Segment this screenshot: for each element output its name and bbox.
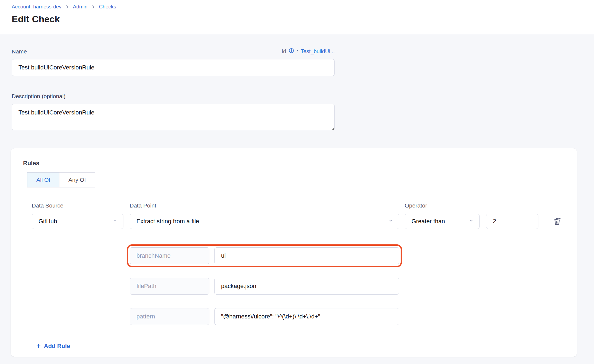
param-row-branchname: branchName (127, 244, 402, 267)
info-icon[interactable] (289, 48, 294, 55)
id-block: Id : Test_buildUi... (282, 48, 335, 55)
page-content: Name Id : Test_buildUi... Description (0, 34, 594, 364)
threshold-input[interactable] (486, 214, 538, 229)
description-textarea[interactable]: Test buildUiCoreVersionRule (12, 104, 335, 130)
rule-row: Data Source GitHub Data Point Extract st… (32, 202, 565, 229)
data-point-label: Data Point (130, 202, 399, 209)
page-header: Account: harness-dev Admin Checks Edit C… (0, 0, 594, 34)
filepath-key-box: filePath (130, 278, 209, 295)
chevron-down-icon (112, 218, 118, 225)
pattern-input[interactable] (214, 308, 399, 325)
name-label: Name (12, 48, 27, 55)
data-point-select[interactable]: Extract string from a file (130, 214, 399, 229)
data-source-select[interactable]: GitHub (32, 214, 123, 229)
description-label: Description (optional) (12, 93, 335, 100)
breadcrumb: Account: harness-dev Admin Checks (12, 4, 594, 10)
name-input[interactable] (12, 59, 335, 76)
id-label: Id (282, 48, 286, 55)
data-source-field: Data Source GitHub (32, 202, 123, 229)
id-value-link[interactable]: Test_buildUi... (301, 48, 335, 55)
pattern-key-box: pattern (130, 308, 209, 325)
all-of-button[interactable]: All Of (27, 173, 59, 187)
operator-value: Greater than (411, 218, 468, 225)
operator-select[interactable]: Greater than (405, 214, 480, 229)
plus-icon: + (36, 343, 41, 349)
operator-label: Operator (405, 202, 480, 209)
chevron-right-icon (65, 5, 69, 9)
rules-match-toggle: All Of Any Of (27, 172, 95, 187)
page-title: Edit Check (12, 14, 594, 24)
data-point-field: Data Point Extract string from a file (130, 202, 399, 229)
breadcrumb-admin-link[interactable]: Admin (73, 4, 88, 10)
data-source-value: GitHub (39, 218, 112, 225)
branchname-input[interactable] (214, 247, 399, 264)
chevron-down-icon (388, 218, 394, 225)
check-form: Name Id : Test_buildUi... Description (12, 48, 335, 131)
filepath-input[interactable] (214, 278, 399, 295)
id-colon: : (297, 48, 298, 55)
chevron-right-icon (91, 5, 95, 9)
data-source-label: Data Source (32, 202, 123, 209)
edit-check-page: Account: harness-dev Admin Checks Edit C… (0, 0, 594, 364)
breadcrumb-checks-link[interactable]: Checks (99, 4, 116, 10)
rules-card: Rules All Of Any Of Data Source GitHub (11, 148, 577, 357)
param-row-pattern: pattern (127, 305, 402, 328)
rules-label: Rules (23, 160, 565, 167)
delete-rule-button[interactable] (551, 215, 564, 228)
any-of-button[interactable]: Any Of (59, 173, 95, 187)
data-point-params: branchName filePath pattern (127, 244, 565, 328)
add-rule-label: Add Rule (44, 343, 70, 350)
data-point-value: Extract string from a file (136, 218, 388, 225)
breadcrumb-account-link[interactable]: Account: harness-dev (12, 4, 62, 10)
trash-icon (552, 215, 563, 227)
operator-field: Operator Greater than (405, 202, 480, 229)
param-row-filepath: filePath (127, 275, 402, 298)
name-label-row: Name Id : Test_buildUi... (12, 48, 335, 55)
branchname-key-box: branchName (130, 247, 209, 264)
chevron-down-icon (468, 218, 474, 225)
add-rule-button[interactable]: + Add Rule (36, 343, 70, 350)
